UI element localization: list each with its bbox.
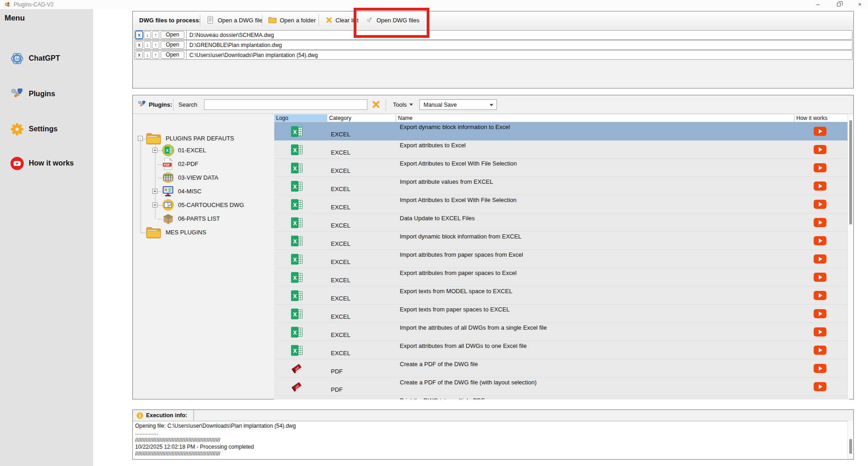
- open-file-button[interactable]: Open: [161, 51, 184, 59]
- plugin-row[interactable]: EXCELImport attributes from paper spaces…: [274, 250, 849, 268]
- open-dwg-files-label: Open DWG files: [376, 17, 419, 24]
- minimize-button[interactable]: –: [810, 0, 826, 9]
- how-it-works-play-button[interactable]: [814, 236, 826, 245]
- move-down-button[interactable]: ↓: [144, 31, 151, 39]
- plugin-name: Import attribute values from EXCEL: [400, 178, 493, 185]
- tree-item-06-parts-list[interactable]: 06-PARTS LIST: [178, 214, 220, 223]
- plugin-row[interactable]: EXCELExport dynamic block information to…: [274, 122, 849, 140]
- grid-icon: [162, 171, 174, 184]
- plugin-row[interactable]: EXCELExport attributes from paper spaces…: [274, 268, 849, 286]
- sidebar-item-chatgpt[interactable]: ChatGPT: [10, 51, 60, 66]
- how-it-works-play-button[interactable]: [814, 346, 826, 355]
- close-button[interactable]: ×: [852, 0, 868, 9]
- how-it-works-play-button[interactable]: [814, 200, 826, 209]
- open-dwg-files-button[interactable]: Open DWG files: [363, 14, 421, 26]
- how-it-works-play-button[interactable]: [814, 382, 826, 391]
- remove-file-button[interactable]: x: [136, 31, 143, 39]
- tree-expander[interactable]: +: [152, 189, 157, 194]
- column-header-category[interactable]: Category: [327, 114, 396, 122]
- tree-item-01-excel[interactable]: 01-EXCEL: [178, 146, 206, 155]
- tree-item-04-misc[interactable]: 04-MISC: [178, 187, 201, 196]
- plugin-row[interactable]: PDFCreate a PDF of the DWG file: [274, 359, 849, 378]
- how-it-works-play-button[interactable]: [814, 327, 826, 337]
- sidebar-item-plugins[interactable]: Plugins: [10, 86, 55, 102]
- tree-expander[interactable]: +: [152, 148, 157, 153]
- how-it-works-play-button[interactable]: [814, 291, 826, 300]
- move-up-button[interactable]: ↑: [152, 41, 159, 49]
- column-header-name[interactable]: Name: [396, 114, 795, 122]
- plugin-name: Export attributes from paper spaces to E…: [400, 269, 517, 276]
- save-mode-combobox[interactable]: Manual Save: [419, 99, 497, 110]
- tree-item-mes-plugins[interactable]: MES PLUGINS: [166, 228, 206, 237]
- move-down-button[interactable]: ↓: [144, 51, 151, 59]
- chevron-down-icon: [490, 104, 493, 106]
- plugin-category: PDF: [331, 368, 343, 375]
- clear-search-icon[interactable]: [372, 100, 380, 109]
- plugins-panel: Plugins: Search Tools Manual Save -PLUGI…: [132, 95, 854, 399]
- tools-dropdown[interactable]: Tools: [391, 99, 415, 110]
- how-it-works-play-button[interactable]: [814, 145, 826, 154]
- table-scrollbar[interactable]: [847, 114, 853, 399]
- plugin-row[interactable]: EXCELExport Attributes to Excel With Fil…: [274, 159, 849, 177]
- log-scrollbar[interactable]: [847, 421, 853, 459]
- plugin-row[interactable]: EXCELData Update to EXCEL Files: [274, 213, 849, 232]
- clear-list-button[interactable]: Clear list: [324, 14, 361, 26]
- open-file-button[interactable]: Open: [161, 41, 184, 49]
- excel-logo-icon: [291, 125, 303, 138]
- tree-expander[interactable]: -: [138, 136, 143, 141]
- move-up-button[interactable]: ↑: [152, 31, 159, 39]
- maximize-button[interactable]: [831, 0, 847, 9]
- plugin-row[interactable]: EXCELExport texts from paper spaces to E…: [274, 305, 849, 323]
- toolbar-separator: [319, 14, 319, 26]
- move-down-button[interactable]: ↓: [144, 41, 151, 49]
- open-folder-button[interactable]: Open a folder: [267, 14, 318, 26]
- scrollbar-thumb[interactable]: [849, 120, 852, 224]
- plugin-row[interactable]: PDFPrint the DWG into multiple PDFs: [274, 396, 849, 399]
- how-it-works-play-button[interactable]: [814, 218, 826, 227]
- how-it-works-play-button[interactable]: [814, 127, 826, 136]
- how-it-works-play-button[interactable]: [814, 273, 826, 282]
- how-it-works-play-button[interactable]: [814, 364, 826, 373]
- search-input[interactable]: [204, 99, 367, 110]
- how-it-works-play-button[interactable]: [814, 181, 826, 191]
- plugin-row[interactable]: EXCELImport the attributes of all DWGs f…: [274, 323, 849, 341]
- file-path[interactable]: C:\Users\user\Downloads\Plan implantatio…: [189, 52, 318, 58]
- plugin-row[interactable]: PDFCreate a PDF of the DWG file (with la…: [274, 378, 849, 396]
- column-header-logo[interactable]: Logo: [274, 114, 327, 122]
- remove-file-button[interactable]: x: [136, 51, 143, 59]
- how-it-works-play-button[interactable]: [814, 309, 826, 318]
- file-path[interactable]: D:\GRENOBLE\Plan implantation.dwg: [189, 42, 282, 48]
- file-path[interactable]: D:\Nouveau dossier\SCHEMA.dwg: [189, 32, 274, 38]
- move-up-button[interactable]: ↑: [152, 51, 159, 59]
- scrollbar-thumb[interactable]: [849, 439, 852, 454]
- plugin-row[interactable]: EXCELImport dynamic block information fr…: [274, 232, 849, 250]
- sidebar-item-how-it-works[interactable]: How it works: [10, 155, 74, 171]
- tree-item-05-cartouches-dwg[interactable]: 05-CARTOUCHES DWG: [178, 201, 244, 210]
- plugin-row[interactable]: EXCELImport attribute values from EXCEL: [274, 177, 849, 195]
- pdf-book-logo-icon: [291, 362, 303, 375]
- tree-expander[interactable]: +: [152, 202, 157, 207]
- how-it-works-play-button[interactable]: [814, 254, 826, 264]
- tree-item-02-pdf[interactable]: 02-PDF: [178, 160, 199, 169]
- window-title: Plugins-CAD-V2: [14, 1, 53, 8]
- tools-icon: [10, 87, 24, 101]
- plugin-row[interactable]: EXCELExport attributes from all DWGs to …: [274, 341, 849, 359]
- sidebar-item-label: Settings: [29, 125, 58, 133]
- how-it-works-play-button[interactable]: [814, 163, 826, 172]
- column-header-how-it-works[interactable]: How it works: [795, 114, 849, 122]
- info-icon: [136, 412, 143, 419]
- tree-item-plugins-par-defauts[interactable]: PLUGINS PAR DEFAUTS: [166, 134, 234, 143]
- plugin-row[interactable]: EXCELExport texts from MODEL space to EX…: [274, 286, 849, 305]
- open-dwg-file-button[interactable]: Open a DWG file: [204, 14, 264, 26]
- open-file-button[interactable]: Open: [161, 31, 184, 39]
- sidebar-item-label: How it works: [29, 159, 74, 167]
- sidebar-item-settings[interactable]: Settings: [10, 121, 58, 137]
- plugin-row[interactable]: EXCELExport attributes to Excel: [274, 140, 849, 159]
- remove-file-button[interactable]: x: [136, 41, 143, 49]
- log-line: ...............: [135, 430, 845, 436]
- tree-item-03-view-data[interactable]: 03-VIEW DATA: [178, 173, 218, 182]
- plugin-name: Export dynamic block information to Exce…: [400, 124, 510, 130]
- folder-icon: [146, 133, 161, 145]
- execution-info-tab: Execution info:: [133, 410, 194, 421]
- plugin-row[interactable]: EXCELImport Attributes to Excel With Fil…: [274, 195, 849, 213]
